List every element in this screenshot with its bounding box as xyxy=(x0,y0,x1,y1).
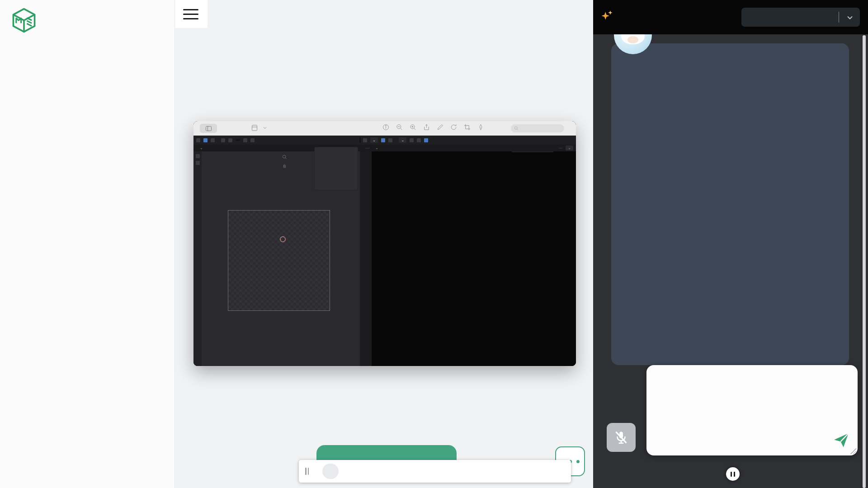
active-tool-panel xyxy=(512,151,553,152)
app-root: ⌄ ⌄ ⌄ ⌄ ⌄ xyxy=(0,0,868,488)
uv-zoom-icon xyxy=(282,153,287,161)
blender-hint-bar: ⌄ ⌄ ⌄ xyxy=(193,145,576,151)
stop-sharing-button[interactable] xyxy=(322,464,339,479)
chevron-down-icon xyxy=(846,14,854,21)
logo[interactable] xyxy=(11,7,42,33)
crop-icon xyxy=(464,124,471,131)
blender-screenshot: ⌄ ⌄ ⌄ ⌄ ⌄ xyxy=(193,136,576,366)
preview-search-field xyxy=(511,124,564,132)
zoom-in-icon xyxy=(410,124,416,131)
options-dropdown: ⌄ xyxy=(566,145,573,150)
pause-button[interactable] xyxy=(726,467,740,481)
preview-titlebar xyxy=(193,121,576,136)
coach-header xyxy=(593,0,868,34)
hamburger-menu-button[interactable] xyxy=(175,0,208,28)
sidebar-toggle-icon xyxy=(200,124,217,133)
pen-icon xyxy=(477,124,484,131)
search-icon xyxy=(514,126,519,131)
uv-space-tile xyxy=(228,210,330,311)
coord-dropdown xyxy=(365,148,370,149)
markup-pencil-icon xyxy=(437,124,443,131)
zoom-out-icon xyxy=(396,124,403,131)
texture-name-chip xyxy=(236,140,240,141)
virtual-coach-panel xyxy=(593,0,868,488)
coach-message-bubble xyxy=(611,43,849,365)
send-button[interactable] xyxy=(832,431,850,449)
drag-handle-icon[interactable] xyxy=(305,468,309,475)
info-icon xyxy=(382,124,389,131)
chevron-down-icon xyxy=(263,127,267,129)
end-conversation-row xyxy=(593,467,868,481)
blender-top-bar: ⌄ ⌄ xyxy=(193,136,576,145)
share-icon xyxy=(423,124,430,131)
logo-cube-icon xyxy=(11,7,37,33)
resize-handle[interactable] xyxy=(850,448,856,454)
output-format-select[interactable] xyxy=(741,8,860,27)
uv-pan-icon xyxy=(282,162,287,170)
viewport-tool-strip xyxy=(360,151,372,366)
mic-muted-button[interactable] xyxy=(607,423,636,452)
uv-editor-tool-strip xyxy=(193,151,202,366)
axis-buttons xyxy=(558,148,563,149)
page-icon xyxy=(251,125,258,131)
uv-2d-cursor xyxy=(280,237,285,242)
chat-scrollbar[interactable] xyxy=(863,35,866,488)
viewport-3d xyxy=(360,151,576,366)
shared-screen-preview-window: ⌄ ⌄ ⌄ ⌄ ⌄ xyxy=(193,121,576,366)
image-properties-panel xyxy=(314,147,358,190)
orientation-dropdown: ⌄ xyxy=(399,137,406,143)
mode-dropdown: ⌄ xyxy=(370,137,378,143)
rotate-icon xyxy=(450,124,457,131)
preview-filename xyxy=(251,125,267,131)
mic-off-icon xyxy=(613,430,629,445)
sparkle-icon xyxy=(600,9,614,23)
preview-toolbar-icons xyxy=(382,124,484,131)
chrome-share-bar xyxy=(299,460,571,483)
sidebar xyxy=(0,0,175,488)
chat-input[interactable] xyxy=(646,365,858,455)
headphone-wireframe-scene xyxy=(360,151,576,366)
